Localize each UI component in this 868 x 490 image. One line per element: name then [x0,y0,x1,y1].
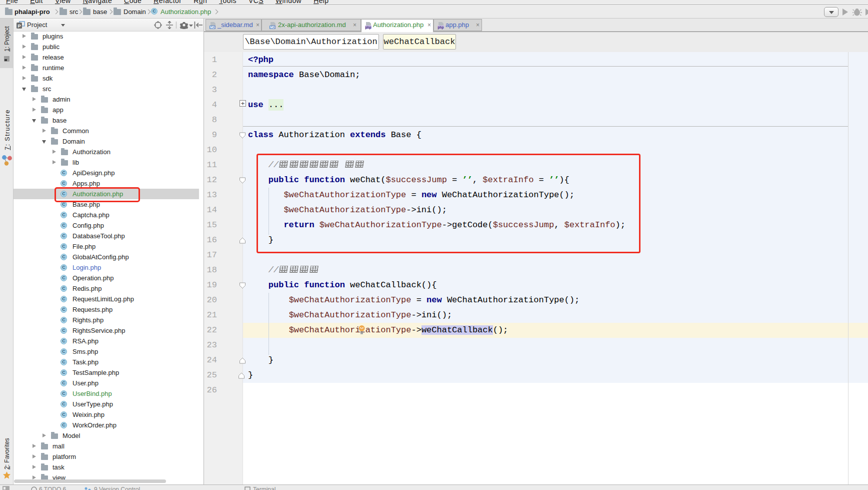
svg-text:MD: MD [270,26,275,29]
svg-text:P: P [18,24,20,29]
svg-text:6 TODO 6: 6 TODO 6 [39,486,66,490]
svg-text:9 Version Control: 9 Version Control [94,486,140,490]
svg-text:MD: MD [210,26,215,29]
svg-text:php: php [438,26,444,30]
svg-text:php: php [366,26,372,30]
svg-text:Terminal: Terminal [253,486,276,490]
